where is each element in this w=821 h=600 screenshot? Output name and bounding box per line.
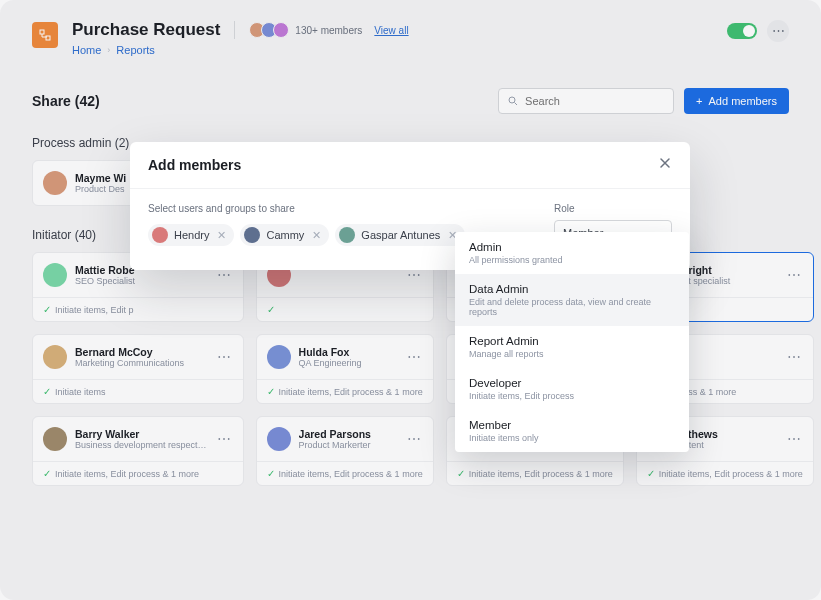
avatar: [152, 227, 168, 243]
role-option-desc: All permissions granted: [469, 255, 675, 265]
role-option-title: Admin: [469, 241, 675, 253]
chip-label: Hendry: [174, 229, 209, 241]
role-option-desc: Edit and delete process data, view and c…: [469, 297, 675, 317]
role-option[interactable]: MemberInitiate items only: [455, 410, 689, 452]
role-option-desc: Initiate items only: [469, 433, 675, 443]
user-chip[interactable]: Cammy✕: [240, 224, 329, 246]
role-option-title: Member: [469, 419, 675, 431]
modal-scrim[interactable]: [0, 0, 821, 600]
user-chip[interactable]: Hendry✕: [148, 224, 234, 246]
chip-label: Gaspar Antunes: [361, 229, 440, 241]
avatar: [244, 227, 260, 243]
avatar: [339, 227, 355, 243]
role-option[interactable]: Report AdminManage all reports: [455, 326, 689, 368]
user-chip[interactable]: Gaspar Antunes✕: [335, 224, 465, 246]
role-option-title: Data Admin: [469, 283, 675, 295]
role-label: Role: [554, 203, 672, 214]
role-option[interactable]: Data AdminEdit and delete process data, …: [455, 274, 689, 326]
remove-chip-icon[interactable]: ✕: [217, 229, 226, 242]
modal-title: Add members: [148, 157, 658, 173]
role-option-desc: Manage all reports: [469, 349, 675, 359]
remove-chip-icon[interactable]: ✕: [312, 229, 321, 242]
role-dropdown: AdminAll permissions grantedData AdminEd…: [455, 232, 689, 452]
chip-label: Cammy: [266, 229, 304, 241]
role-option-desc: Initiate items, Edit process: [469, 391, 675, 401]
role-option-title: Report Admin: [469, 335, 675, 347]
role-option-title: Developer: [469, 377, 675, 389]
select-users-label: Select users and groups to share: [148, 203, 536, 214]
role-option[interactable]: AdminAll permissions granted: [455, 232, 689, 274]
close-icon[interactable]: [658, 156, 672, 174]
role-option[interactable]: DeveloperInitiate items, Edit process: [455, 368, 689, 410]
